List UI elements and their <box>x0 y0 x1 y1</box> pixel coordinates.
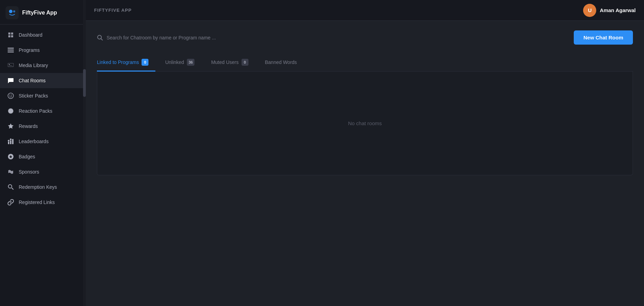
sidebar-item-label: Badges <box>19 154 35 159</box>
tab-badge-unlinked: 36 <box>187 59 194 66</box>
svg-point-0 <box>9 10 12 13</box>
svg-rect-9 <box>8 142 9 144</box>
sidebar-item-label: Leaderboards <box>19 139 48 144</box>
rewards-icon <box>7 122 15 130</box>
svg-point-1 <box>13 10 15 12</box>
dashboard-icon <box>7 31 15 39</box>
registered-links-icon <box>7 198 15 206</box>
sidebar-item-badges[interactable]: Badges <box>0 149 86 164</box>
leaderboards-icon <box>7 138 15 145</box>
badges-icon <box>7 153 15 160</box>
sidebar-item-label: Registered Links <box>19 200 55 205</box>
sidebar-item-label: Programs <box>19 47 40 53</box>
svg-rect-10 <box>10 140 11 144</box>
topbar-title: FIFTYFIVE APP <box>94 8 131 13</box>
search-box <box>97 35 568 41</box>
sidebar-item-dashboard[interactable]: Dashboard <box>0 27 86 43</box>
svg-rect-11 <box>12 139 13 144</box>
sidebar-item-registered-links[interactable]: Registered Links <box>0 195 86 210</box>
sidebar-item-rewards[interactable]: Rewards <box>0 119 86 134</box>
sidebar-item-label: Dashboard <box>19 32 43 38</box>
tab-muted-users[interactable]: Muted Users 0 <box>211 55 255 72</box>
search-input[interactable] <box>107 35 245 40</box>
sidebar-item-label: Chat Rooms <box>19 78 46 83</box>
svg-point-13 <box>10 139 12 140</box>
search-icon <box>97 35 103 41</box>
search-row: New Chat Room <box>97 30 633 45</box>
sidebar-item-label: Reaction Packs <box>19 108 52 114</box>
sidebar-item-label: Redemption Keys <box>19 184 57 190</box>
tab-badge-linked: 0 <box>142 59 148 66</box>
tab-label: Banned Words <box>265 59 297 65</box>
sidebar: FiftyFive App Dashboard Programs <box>0 0 86 306</box>
user-menu[interactable]: U Aman Agarwal <box>583 4 636 17</box>
sidebar-item-programs[interactable]: Programs <box>0 43 86 58</box>
sidebar-item-redemption-keys[interactable]: Redemption Keys <box>0 179 86 195</box>
tabs: Linked to Programs 0 Unlinked 36 Muted U… <box>97 54 633 72</box>
media-library-icon <box>7 62 15 69</box>
svg-line-17 <box>101 38 103 40</box>
avatar: U <box>583 4 596 17</box>
tab-label: Linked to Programs <box>97 59 139 65</box>
sidebar-item-media-library[interactable]: Media Library <box>0 58 86 73</box>
sidebar-item-reaction-packs[interactable]: Reaction Packs <box>0 103 86 119</box>
tab-label: Muted Users <box>211 59 238 65</box>
page-content: New Chat Room Linked to Programs 0 Unlin… <box>86 21 644 306</box>
svg-point-6 <box>8 93 13 99</box>
svg-point-8 <box>11 95 12 95</box>
sidebar-item-chat-rooms[interactable]: Chat Rooms <box>0 73 86 88</box>
main-content: FIFTYFIVE APP U Aman Agarwal New Chat Ro… <box>86 0 644 306</box>
new-chat-room-button[interactable]: New Chat Room <box>574 30 633 45</box>
sponsors-icon <box>7 168 15 176</box>
tab-badge-muted: 0 <box>242 59 248 66</box>
app-name: FiftyFive App <box>22 10 57 16</box>
programs-icon <box>7 46 15 54</box>
sidebar-item-leaderboards[interactable]: Leaderboards <box>0 134 86 149</box>
sidebar-logo: FiftyFive App <box>0 0 86 25</box>
sidebar-item-label: Media Library <box>19 63 48 68</box>
svg-rect-2 <box>8 48 14 49</box>
empty-state-text: No chat rooms <box>348 120 382 126</box>
sidebar-item-label: Sponsors <box>19 169 39 175</box>
svg-rect-4 <box>8 52 14 53</box>
chat-rooms-content-area: No chat rooms <box>97 72 633 175</box>
chat-rooms-icon <box>7 77 15 84</box>
svg-point-12 <box>8 140 10 142</box>
sticker-packs-icon <box>7 92 15 100</box>
sidebar-item-label: Sticker Packs <box>19 93 48 99</box>
topbar: FIFTYFIVE APP U Aman Agarwal <box>86 0 644 21</box>
sidebar-nav: Dashboard Programs Media Library <box>0 25 86 306</box>
logo-icon <box>6 6 19 19</box>
svg-point-15 <box>9 186 11 187</box>
tab-unlinked[interactable]: Unlinked 36 <box>165 55 201 72</box>
svg-point-7 <box>9 95 10 95</box>
user-name: Aman Agarwal <box>600 7 636 13</box>
redemption-keys-icon <box>7 183 15 191</box>
sidebar-item-sponsors[interactable]: Sponsors <box>0 164 86 179</box>
tab-linked-to-programs[interactable]: Linked to Programs 0 <box>97 55 155 72</box>
scrollbar-thumb[interactable] <box>83 69 86 97</box>
sidebar-item-sticker-packs[interactable]: Sticker Packs <box>0 88 86 103</box>
tab-label: Unlinked <box>165 59 184 65</box>
svg-point-5 <box>9 64 10 65</box>
scrollbar-track[interactable] <box>83 0 86 306</box>
tab-banned-words[interactable]: Banned Words <box>265 55 304 71</box>
reaction-packs-icon <box>7 107 15 115</box>
svg-rect-3 <box>8 50 14 51</box>
sidebar-item-label: Rewards <box>19 123 38 129</box>
